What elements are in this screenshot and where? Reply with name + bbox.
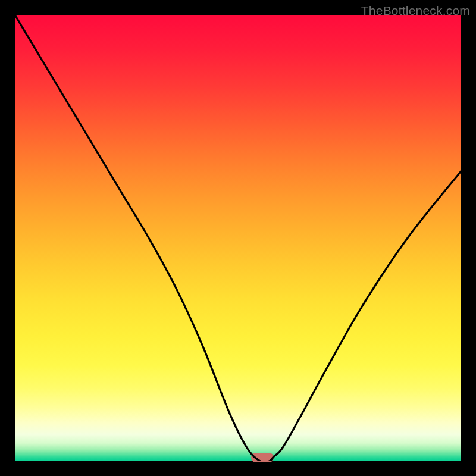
watermark-text: TheBottleneck.com [361, 4, 470, 18]
bottleneck-curve [15, 15, 461, 461]
optimal-point-marker [251, 453, 274, 462]
curve-path [15, 15, 461, 461]
gradient-plot-area [15, 15, 461, 461]
chart-stage: TheBottleneck.com [0, 0, 476, 476]
